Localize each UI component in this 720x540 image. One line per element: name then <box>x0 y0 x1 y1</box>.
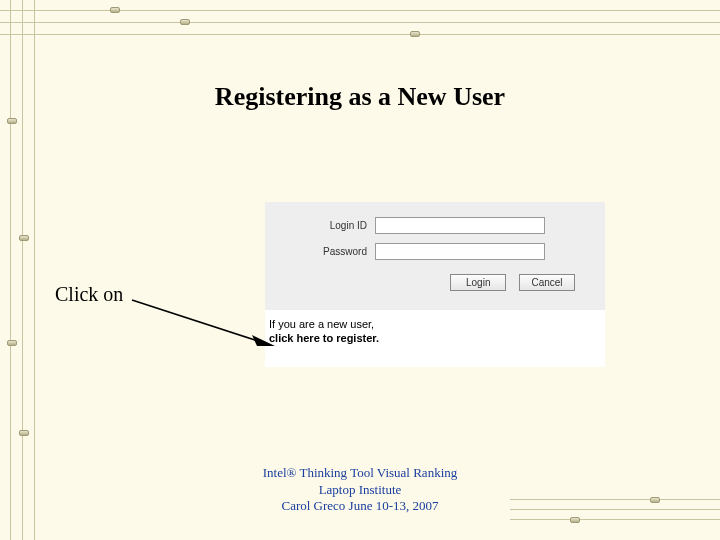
frame-stud <box>570 517 580 523</box>
footer-line-3: Carol Greco June 10‑13, 2007 <box>0 498 720 514</box>
frame-line <box>22 0 23 540</box>
login-id-input[interactable] <box>375 217 545 234</box>
login-form-area: Login ID Password Login Cancel <box>265 202 605 310</box>
new-user-line1: If you are a new user, <box>269 318 374 330</box>
frame-stud <box>19 235 29 241</box>
frame-stud <box>410 31 420 37</box>
svg-line-0 <box>132 300 258 341</box>
frame-line <box>510 519 720 520</box>
login-panel: Login ID Password Login Cancel If you ar… <box>265 202 605 367</box>
login-id-label: Login ID <box>275 220 375 231</box>
footer-line-1: Intel® Thinking Tool Visual Ranking <box>0 465 720 481</box>
footer-line-2: Laptop Institute <box>0 482 720 498</box>
frame-stud <box>180 19 190 25</box>
frame-stud <box>7 118 17 124</box>
new-user-block: If you are a new user, click here to reg… <box>265 310 605 350</box>
slide-title: Registering as a New User <box>0 82 720 112</box>
instruction-text: Click on <box>55 283 123 306</box>
frame-line <box>0 10 720 11</box>
frame-line <box>10 0 11 540</box>
password-input[interactable] <box>375 243 545 260</box>
frame-stud <box>110 7 120 13</box>
frame-line <box>0 22 720 23</box>
register-link[interactable]: click here to register. <box>269 332 379 344</box>
arrow-icon <box>130 298 275 348</box>
password-label: Password <box>275 246 375 257</box>
frame-line <box>0 34 720 35</box>
frame-stud <box>7 340 17 346</box>
frame-line <box>34 0 35 540</box>
cancel-button[interactable]: Cancel <box>519 274 575 291</box>
footer: Intel® Thinking Tool Visual Ranking Lapt… <box>0 465 720 514</box>
frame-stud <box>19 430 29 436</box>
login-button[interactable]: Login <box>450 274 506 291</box>
